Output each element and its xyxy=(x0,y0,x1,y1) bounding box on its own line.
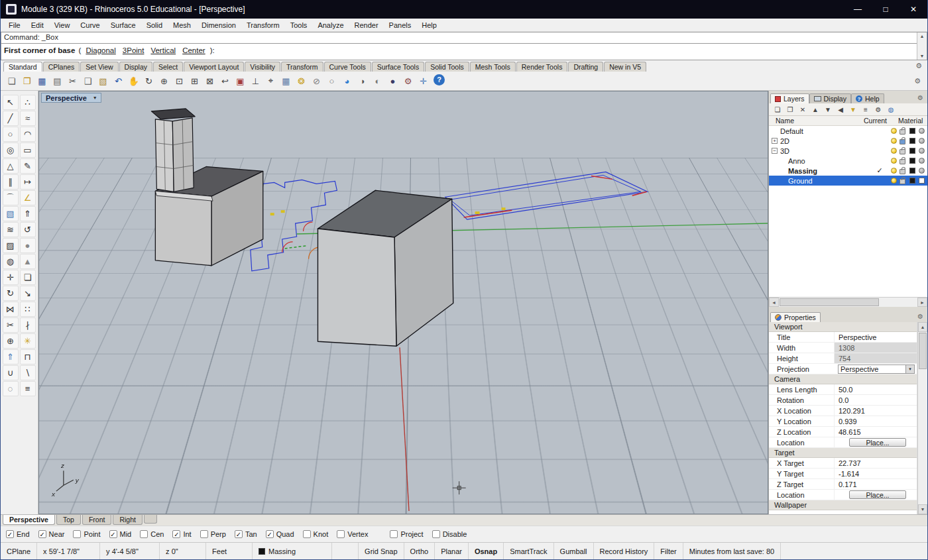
layer-state-icon[interactable]: ≡ xyxy=(20,381,36,396)
property-value[interactable]: Perspective xyxy=(834,332,917,342)
status-grid-snap[interactable]: Grid Snap xyxy=(359,543,404,559)
menu-transform[interactable]: Transform xyxy=(241,20,285,30)
save-icon[interactable]: ▦ xyxy=(35,74,49,88)
lamp-icon[interactable]: ❂ xyxy=(294,74,308,88)
new-sublayer-icon[interactable]: ❐ xyxy=(785,104,795,115)
ghosted-view-icon[interactable]: ◐ xyxy=(371,74,384,88)
open-file-icon[interactable]: ❐ xyxy=(20,74,34,88)
arc-icon[interactable]: ◠ xyxy=(20,127,36,142)
layer-row-anno[interactable]: Anno xyxy=(769,156,927,166)
move-layer-down-icon[interactable]: ▼ xyxy=(823,104,833,115)
status-x-59-1-7-8[interactable]: x 59'-1 7/8" xyxy=(37,543,100,559)
toolbar-tab-transform[interactable]: Transform xyxy=(281,62,323,72)
ellipse-icon[interactable]: ◎ xyxy=(3,142,19,158)
menu-curve[interactable]: Curve xyxy=(75,20,105,30)
split-icon[interactable]: ∤ xyxy=(20,317,36,333)
menu-panels[interactable]: Panels xyxy=(384,20,417,30)
status-filter[interactable]: Filter xyxy=(654,543,683,559)
layer-material-swatch[interactable] xyxy=(919,168,925,174)
massing-tower[interactable] xyxy=(151,109,195,192)
viewport-tab-perspective[interactable]: Perspective xyxy=(3,515,55,525)
named-view-icon[interactable]: ▣ xyxy=(233,74,247,88)
rotate-icon[interactable]: ↻ xyxy=(3,286,19,301)
filter-icon[interactable]: ▼ xyxy=(848,104,858,115)
offset-icon[interactable]: ∥ xyxy=(3,174,19,190)
menu-surface[interactable]: Surface xyxy=(105,20,141,30)
viewport-title[interactable]: Perspective ▼ xyxy=(41,93,101,103)
status-osnap[interactable]: Osnap xyxy=(469,543,504,559)
layer-color-swatch[interactable] xyxy=(909,138,915,144)
select-pointer-icon[interactable]: ↖ xyxy=(3,95,19,110)
viewport-title-dropdown-icon[interactable]: ▼ xyxy=(91,95,99,100)
box-icon[interactable]: ▨ xyxy=(3,238,19,253)
circle-icon[interactable]: ○ xyxy=(3,127,19,142)
extrude-solid-icon[interactable]: ⇑ xyxy=(3,349,19,364)
checkbox-near[interactable]: ✓ xyxy=(38,530,46,538)
osnap-tan[interactable]: ✓Tan xyxy=(235,530,257,538)
menu-solid[interactable]: Solid xyxy=(141,20,168,30)
menu-render[interactable]: Render xyxy=(349,20,384,30)
scroll-left-icon[interactable]: ◄ xyxy=(769,298,779,307)
checkbox-cen[interactable] xyxy=(140,530,148,538)
layer-visibility-bulb-icon[interactable] xyxy=(891,158,897,164)
checkbox-point[interactable] xyxy=(73,530,81,538)
tab-properties[interactable]: Properties xyxy=(770,312,821,322)
boolean-difference-icon[interactable]: ∖ xyxy=(20,365,36,380)
menu-mesh[interactable]: Mesh xyxy=(168,20,196,30)
status-y-4-4-5-8[interactable]: y 4'-4 5/8" xyxy=(100,543,160,559)
command-option-diagonal[interactable]: Diagonal xyxy=(86,46,115,54)
layer-row-2d[interactable]: +2D xyxy=(769,136,927,146)
checkbox-tan[interactable]: ✓ xyxy=(235,530,243,538)
checkbox-int[interactable]: ✓ xyxy=(172,530,180,538)
osnap-perp[interactable]: Perp xyxy=(200,530,226,538)
toolbar-tab-display[interactable]: Display xyxy=(119,62,152,72)
trim-icon[interactable]: ✂ xyxy=(3,317,19,333)
status-smarttrack[interactable]: SmartTrack xyxy=(504,543,553,559)
property-value[interactable]: 754 xyxy=(834,353,917,363)
osnap-near[interactable]: ✓Near xyxy=(38,530,65,538)
tab-layers[interactable]: Layers xyxy=(770,93,809,103)
boolean-union-icon[interactable]: ∪ xyxy=(3,365,19,380)
osnap-quad[interactable]: ✓Quad xyxy=(266,530,294,538)
render-icon[interactable]: ◕ xyxy=(340,74,354,88)
property-value[interactable]: 22.737 xyxy=(834,458,917,468)
new-layer-icon[interactable]: ❏ xyxy=(772,104,783,115)
toolbar-tab-select[interactable]: Select xyxy=(153,62,183,72)
status-record-history[interactable]: Record History xyxy=(594,543,655,559)
layers-horizontal-scrollbar[interactable]: ◄ ► xyxy=(769,297,927,307)
paste-icon[interactable]: ▧ xyxy=(96,74,110,88)
status-z-0[interactable]: z 0" xyxy=(160,543,206,559)
rendered-view-icon[interactable]: ● xyxy=(386,74,400,88)
status-cplane[interactable]: CPlane xyxy=(1,543,37,559)
osnap-mid[interactable]: ✓Mid xyxy=(109,530,132,538)
object-snap-icon[interactable]: ⌖ xyxy=(264,74,278,88)
toolbar-tab-standard[interactable]: Standard xyxy=(3,62,42,72)
cap-icon[interactable]: ⊓ xyxy=(20,349,36,364)
viewport-tab-new[interactable] xyxy=(144,515,157,524)
hide-icon[interactable]: ◌ xyxy=(3,381,19,396)
checkbox-quad[interactable]: ✓ xyxy=(266,530,274,538)
copy-icon[interactable]: ❑ xyxy=(81,74,95,88)
menu-analyze[interactable]: Analyze xyxy=(312,20,349,30)
zoom-selected-icon[interactable]: ⊠ xyxy=(203,74,217,88)
toolbar-tab-cplanes[interactable]: CPlanes xyxy=(43,62,80,72)
viewport-tab-top[interactable]: Top xyxy=(56,515,81,525)
command-history[interactable]: Command: _Box xyxy=(1,32,927,43)
gumball-toggle-icon[interactable]: ✛ xyxy=(416,74,430,88)
rectangle-icon[interactable]: ▭ xyxy=(20,142,36,158)
fillet-icon[interactable]: ⌒ xyxy=(3,190,19,205)
curve-icon[interactable]: ≈ xyxy=(20,111,36,126)
grid-toggle-icon[interactable]: ▦ xyxy=(279,74,293,88)
toolbar-tab-surface-tools[interactable]: Surface Tools xyxy=(372,62,424,72)
layer-color-swatch[interactable] xyxy=(909,128,915,134)
checkbox-mid[interactable]: ✓ xyxy=(109,530,117,538)
checkbox-perp[interactable] xyxy=(200,530,208,538)
ribbon-gear-icon[interactable]: ⚙ xyxy=(913,62,925,70)
layer-row-default[interactable]: Default xyxy=(769,126,927,136)
property-value[interactable]: 0.171 xyxy=(834,479,917,489)
new-file-icon[interactable]: ❏ xyxy=(5,74,19,88)
menu-edit[interactable]: Edit xyxy=(26,20,49,30)
scrollbar-thumb[interactable] xyxy=(919,333,927,369)
checkbox-vertex[interactable] xyxy=(337,530,345,538)
maximize-button[interactable]: □ xyxy=(872,0,899,19)
